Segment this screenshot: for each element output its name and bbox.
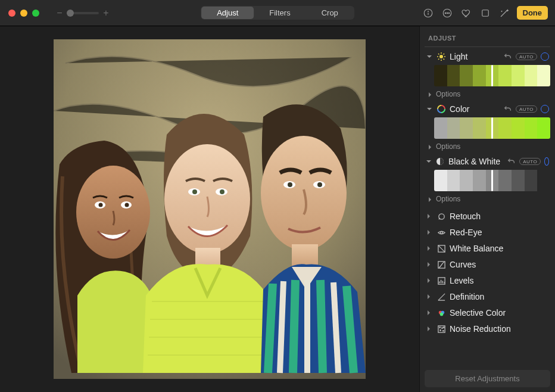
favorite-icon[interactable] — [460, 7, 473, 20]
svg-point-6 — [448, 13, 450, 14]
panel-light: Light AUTO Options — [425, 51, 550, 101]
row-whitebalance[interactable]: White Balance — [425, 240, 550, 256]
color-slider[interactable] — [434, 117, 550, 139]
chevron-down-icon — [426, 158, 432, 165]
workspace: ADJUST Light AUTO Options — [0, 26, 555, 392]
zoom-window-button[interactable] — [32, 10, 39, 17]
adjust-sidebar: ADJUST Light AUTO Options — [419, 26, 555, 392]
bw-slider[interactable] — [434, 170, 550, 191]
svg-line-42 — [438, 54, 439, 54]
done-button[interactable]: Done — [517, 6, 548, 20]
zoom-slider[interactable] — [67, 12, 99, 14]
more-icon[interactable] — [441, 7, 454, 20]
light-icon — [436, 52, 446, 61]
enable-ring-bw[interactable] — [544, 157, 549, 166]
undo-icon[interactable] — [504, 52, 512, 61]
color-options-toggle[interactable]: Options — [425, 141, 550, 153]
svg-point-18 — [220, 189, 225, 194]
chevron-right-icon — [426, 310, 433, 316]
chevron-right-icon — [426, 213, 433, 219]
svg-line-43 — [444, 59, 444, 60]
tab-adjust[interactable]: Adjust — [201, 7, 254, 19]
row-redeye[interactable]: Red-Eye — [425, 224, 550, 240]
svg-point-11 — [99, 203, 103, 207]
reset-adjustments-button[interactable]: Reset Adjustments — [425, 370, 550, 387]
chevron-right-icon — [427, 91, 433, 97]
svg-point-26 — [288, 182, 292, 187]
chevron-right-icon — [426, 229, 433, 235]
svg-point-55 — [439, 312, 443, 316]
panel-light-header[interactable]: Light AUTO — [425, 51, 550, 63]
row-redeye-label: Red-Eye — [450, 228, 482, 237]
enable-ring-light[interactable] — [541, 52, 549, 61]
bw-icon — [435, 157, 445, 166]
panel-bw-header[interactable]: Black & White AUTO — [425, 155, 550, 167]
curves-icon — [436, 260, 446, 269]
color-slider-thumb[interactable] — [491, 117, 493, 139]
panel-color-label: Color — [450, 104, 469, 114]
light-slider[interactable] — [434, 65, 550, 86]
svg-point-28 — [317, 182, 322, 187]
row-curves[interactable]: Curves — [425, 256, 550, 272]
undo-icon[interactable] — [507, 157, 516, 166]
aspect-icon[interactable] — [479, 7, 492, 20]
photo-preview[interactable] — [54, 39, 366, 379]
svg-line-34 — [280, 281, 283, 373]
photo-canvas — [0, 26, 419, 392]
row-selective[interactable]: Selective Color — [425, 304, 550, 321]
row-retouch[interactable]: Retouch — [425, 208, 550, 224]
chevron-right-icon — [426, 278, 433, 284]
row-definition-label: Definition — [450, 292, 484, 301]
svg-point-49 — [440, 231, 442, 234]
zoom-slider-thumb[interactable] — [67, 10, 74, 17]
chevron-right-icon — [427, 196, 433, 202]
row-whitebalance-label: White Balance — [450, 244, 503, 253]
svg-point-4 — [445, 13, 446, 14]
panel-color-header[interactable]: Color AUTO — [425, 103, 550, 115]
info-icon[interactable] — [422, 7, 435, 20]
options-label: Options — [436, 90, 460, 98]
row-selective-label: Selective Color — [450, 308, 506, 318]
tab-crop[interactable]: Crop — [306, 7, 354, 19]
auto-button-light[interactable]: AUTO — [516, 53, 537, 60]
svg-point-16 — [192, 189, 197, 194]
undo-icon[interactable] — [504, 105, 512, 113]
light-options-toggle[interactable]: Options — [425, 89, 550, 101]
svg-line-31 — [293, 280, 295, 373]
svg-point-61 — [443, 326, 444, 328]
auto-button-bw[interactable]: AUTO — [519, 158, 541, 165]
edit-mode-tabs: Adjust Filters Crop — [201, 6, 354, 20]
bw-slider-thumb[interactable] — [491, 170, 493, 191]
options-label: Options — [436, 142, 460, 151]
svg-line-32 — [320, 280, 323, 373]
sidebar-title: ADJUST — [425, 32, 550, 47]
svg-line-30 — [268, 284, 273, 373]
chevron-right-icon — [426, 294, 433, 300]
row-levels-label: Levels — [450, 276, 473, 285]
titlebar: − + Adjust Filters Crop Done — [0, 0, 555, 26]
chevron-down-icon — [426, 53, 433, 60]
svg-point-2 — [428, 11, 428, 11]
enable-ring-color[interactable] — [541, 105, 549, 113]
noise-icon — [436, 324, 446, 334]
svg-point-13 — [125, 203, 129, 207]
bw-options-toggle[interactable]: Options — [425, 194, 550, 206]
levels-icon — [436, 276, 446, 285]
row-retouch-label: Retouch — [450, 211, 481, 221]
panel-light-label: Light — [450, 52, 467, 61]
enhance-icon[interactable] — [498, 7, 511, 20]
light-slider-thumb[interactable] — [491, 65, 493, 86]
close-window-button[interactable] — [8, 10, 15, 17]
minimize-window-button[interactable] — [20, 10, 27, 17]
row-definition[interactable]: Definition — [425, 288, 550, 304]
panel-bw-label: Black & White — [448, 157, 500, 166]
auto-button-color[interactable]: AUTO — [516, 105, 537, 113]
retouch-icon — [436, 211, 446, 221]
zoom-out-button[interactable]: − — [54, 7, 66, 19]
row-levels[interactable]: Levels — [425, 272, 550, 288]
options-label: Options — [436, 195, 460, 203]
chevron-right-icon — [426, 245, 433, 251]
tab-filters[interactable]: Filters — [254, 7, 305, 19]
zoom-in-button[interactable]: + — [100, 7, 112, 19]
row-noise[interactable]: Noise Reduction — [425, 321, 550, 337]
